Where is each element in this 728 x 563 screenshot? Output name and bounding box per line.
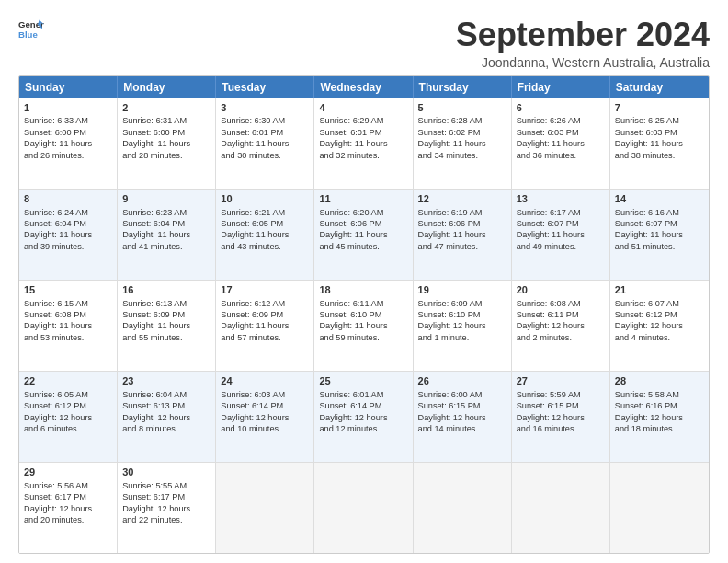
cell-sep-24: 24 Sunrise: 6:03 AMSunset: 6:14 PMDaylig… [216,372,314,462]
title-block: September 2024 Joondanna, Western Austra… [456,17,710,70]
cell-sep-14: 14 Sunrise: 6:16 AMSunset: 6:07 PMDaylig… [610,190,709,280]
cell-text-7: Sunrise: 6:25 AMSunset: 6:03 PMDaylight:… [615,116,683,159]
day-num-26: 26 [418,374,506,388]
cell-sep-29: 29 Sunrise: 5:56 AMSunset: 6:17 PMDaylig… [19,463,118,553]
day-num-17: 17 [221,283,309,297]
cell-text-12: Sunrise: 6:19 AMSunset: 6:06 PMDaylight:… [418,208,486,251]
cell-text-30: Sunrise: 5:55 AMSunset: 6:17 PMDaylight:… [122,481,190,524]
week-row-5: 29 Sunrise: 5:56 AMSunset: 6:17 PMDaylig… [19,463,709,553]
cell-sep-22: 22 Sunrise: 6:05 AMSunset: 6:12 PMDaylig… [19,372,118,462]
cell-text-18: Sunrise: 6:11 AMSunset: 6:10 PMDaylight:… [319,299,387,342]
main-title: September 2024 [456,17,710,53]
day-num-13: 13 [517,192,605,206]
cell-text-9: Sunrise: 6:23 AMSunset: 6:04 PMDaylight:… [122,208,190,251]
day-num-21: 21 [615,283,704,297]
cell-text-27: Sunrise: 5:59 AMSunset: 6:15 PMDaylight:… [517,390,585,433]
subtitle: Joondanna, Western Australia, Australia [456,55,710,70]
cell-text-21: Sunrise: 6:07 AMSunset: 6:12 PMDaylight:… [615,299,683,342]
cell-text-5: Sunrise: 6:28 AMSunset: 6:02 PMDaylight:… [418,116,486,159]
header-wednesday: Wednesday [314,76,413,98]
cell-text-28: Sunrise: 5:58 AMSunset: 6:16 PMDaylight:… [615,390,683,433]
cell-text-22: Sunrise: 6:05 AMSunset: 6:12 PMDaylight:… [24,390,92,433]
day-num-28: 28 [615,374,704,388]
cell-empty-3 [414,463,512,553]
cell-sep-27: 27 Sunrise: 5:59 AMSunset: 6:15 PMDaylig… [512,372,610,462]
cell-text-26: Sunrise: 6:00 AMSunset: 6:15 PMDaylight:… [418,390,486,433]
day-num-25: 25 [319,374,407,388]
day-num-30: 30 [122,465,210,479]
day-num-5: 5 [418,101,506,115]
cell-text-1: Sunrise: 6:33 AMSunset: 6:00 PMDaylight:… [24,116,92,159]
header-saturday: Saturday [610,76,709,98]
cell-sep-16: 16 Sunrise: 6:13 AMSunset: 6:09 PMDaylig… [118,281,216,371]
week-row-3: 15 Sunrise: 6:15 AMSunset: 6:08 PMDaylig… [19,281,709,372]
cell-sep-7: 7 Sunrise: 6:25 AMSunset: 6:03 PMDayligh… [610,98,709,189]
calendar-body: 1 Sunrise: 6:33 AMSunset: 6:00 PMDayligh… [19,98,709,553]
header-tuesday: Tuesday [216,76,314,98]
cell-sep-25: 25 Sunrise: 6:01 AMSunset: 6:14 PMDaylig… [314,372,413,462]
cell-sep-18: 18 Sunrise: 6:11 AMSunset: 6:10 PMDaylig… [314,281,413,371]
day-num-24: 24 [221,374,309,388]
header-monday: Monday [118,76,216,98]
cell-text-10: Sunrise: 6:21 AMSunset: 6:05 PMDaylight:… [221,208,289,251]
day-num-23: 23 [122,374,210,388]
cell-sep-3: 3 Sunrise: 6:30 AMSunset: 6:01 PMDayligh… [216,98,314,189]
cell-empty-4 [512,463,610,553]
cell-sep-5: 5 Sunrise: 6:28 AMSunset: 6:02 PMDayligh… [414,98,512,189]
logo-icon: General Blue [18,17,44,42]
cell-text-11: Sunrise: 6:20 AMSunset: 6:06 PMDaylight:… [319,208,387,251]
page: General Blue September 2024 Joondanna, W… [0,0,728,563]
day-num-14: 14 [615,192,704,206]
cell-text-4: Sunrise: 6:29 AMSunset: 6:01 PMDaylight:… [319,116,387,159]
cell-sep-11: 11 Sunrise: 6:20 AMSunset: 6:06 PMDaylig… [314,190,413,280]
day-num-4: 4 [319,101,407,115]
day-num-12: 12 [418,192,506,206]
cell-sep-17: 17 Sunrise: 6:12 AMSunset: 6:09 PMDaylig… [216,281,314,371]
header-sunday: Sunday [19,76,118,98]
cell-text-20: Sunrise: 6:08 AMSunset: 6:11 PMDaylight:… [517,299,585,342]
cell-sep-19: 19 Sunrise: 6:09 AMSunset: 6:10 PMDaylig… [414,281,512,371]
cell-text-24: Sunrise: 6:03 AMSunset: 6:14 PMDaylight:… [221,390,289,433]
calendar-header: Sunday Monday Tuesday Wednesday Thursday… [19,76,709,98]
cell-text-14: Sunrise: 6:16 AMSunset: 6:07 PMDaylight:… [615,208,683,251]
day-num-18: 18 [319,283,407,297]
cell-sep-26: 26 Sunrise: 6:00 AMSunset: 6:15 PMDaylig… [414,372,512,462]
cell-sep-12: 12 Sunrise: 6:19 AMSunset: 6:06 PMDaylig… [414,190,512,280]
cell-text-25: Sunrise: 6:01 AMSunset: 6:14 PMDaylight:… [319,390,387,433]
svg-text:Blue: Blue [18,29,38,40]
cell-sep-20: 20 Sunrise: 6:08 AMSunset: 6:11 PMDaylig… [512,281,610,371]
cell-sep-13: 13 Sunrise: 6:17 AMSunset: 6:07 PMDaylig… [512,190,610,280]
day-num-11: 11 [319,192,407,206]
cell-text-2: Sunrise: 6:31 AMSunset: 6:00 PMDaylight:… [122,116,190,159]
cell-text-17: Sunrise: 6:12 AMSunset: 6:09 PMDaylight:… [221,299,289,342]
cell-text-16: Sunrise: 6:13 AMSunset: 6:09 PMDaylight:… [122,299,190,342]
cell-text-15: Sunrise: 6:15 AMSunset: 6:08 PMDaylight:… [24,299,92,342]
day-num-22: 22 [24,374,112,388]
day-num-7: 7 [615,101,704,115]
week-row-4: 22 Sunrise: 6:05 AMSunset: 6:12 PMDaylig… [19,372,709,463]
day-num-10: 10 [221,192,309,206]
cell-sep-2: 2 Sunrise: 6:31 AMSunset: 6:00 PMDayligh… [118,98,216,189]
cell-sep-23: 23 Sunrise: 6:04 AMSunset: 6:13 PMDaylig… [118,372,216,462]
day-num-20: 20 [517,283,605,297]
cell-sep-8: 8 Sunrise: 6:24 AMSunset: 6:04 PMDayligh… [19,190,118,280]
day-num-27: 27 [517,374,605,388]
cell-sep-30: 30 Sunrise: 5:55 AMSunset: 6:17 PMDaylig… [118,463,216,553]
header-friday: Friday [512,76,610,98]
cell-text-29: Sunrise: 5:56 AMSunset: 6:17 PMDaylight:… [24,481,92,524]
day-num-16: 16 [122,283,210,297]
cell-text-3: Sunrise: 6:30 AMSunset: 6:01 PMDaylight:… [221,116,289,159]
cell-text-23: Sunrise: 6:04 AMSunset: 6:13 PMDaylight:… [122,390,190,433]
week-row-1: 1 Sunrise: 6:33 AMSunset: 6:00 PMDayligh… [19,98,709,190]
cell-sep-21: 21 Sunrise: 6:07 AMSunset: 6:12 PMDaylig… [610,281,709,371]
cell-sep-28: 28 Sunrise: 5:58 AMSunset: 6:16 PMDaylig… [610,372,709,462]
cell-text-8: Sunrise: 6:24 AMSunset: 6:04 PMDaylight:… [24,208,92,251]
cell-sep-6: 6 Sunrise: 6:26 AMSunset: 6:03 PMDayligh… [512,98,610,189]
cell-sep-4: 4 Sunrise: 6:29 AMSunset: 6:01 PMDayligh… [314,98,413,189]
cell-empty-1 [216,463,314,553]
cell-empty-5 [610,463,709,553]
cell-sep-1: 1 Sunrise: 6:33 AMSunset: 6:00 PMDayligh… [19,98,118,189]
logo: General Blue [18,17,44,42]
cell-text-6: Sunrise: 6:26 AMSunset: 6:03 PMDaylight:… [517,116,585,159]
header: General Blue September 2024 Joondanna, W… [18,17,710,70]
